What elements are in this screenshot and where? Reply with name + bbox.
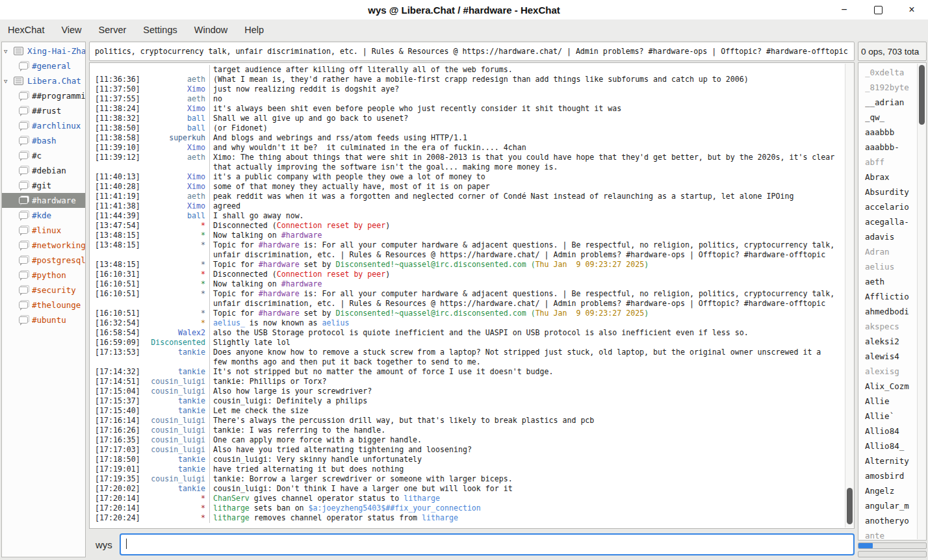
user-list-item[interactable]: anotheryo — [865, 513, 917, 528]
tree-channel-debian[interactable]: #debian — [2, 163, 85, 178]
chat-message-segment: Disconsented!~quassel@irc.disconsented.c… — [335, 260, 526, 269]
tree-channel-python[interactable]: #python — [2, 268, 85, 283]
minimize-button[interactable]: − — [837, 3, 851, 17]
chat-message-segment: Slightly late lol — [213, 338, 290, 347]
tree-channel-git[interactable]: #git — [2, 178, 85, 193]
user-list-item[interactable]: abff — [865, 155, 917, 170]
user-list-scrollbar[interactable] — [917, 64, 926, 539]
user-list-item[interactable]: Allio84_ — [865, 439, 917, 453]
tree-channel-networking[interactable]: #networking — [2, 238, 85, 253]
menu-item-server[interactable]: Server — [99, 25, 127, 35]
user-list-item[interactable]: aaabbb- — [865, 140, 917, 155]
chat-message: Now talking on #hardware — [209, 231, 842, 240]
chat-message-segment: $a:joeyzheng5403$##fix_your_connection — [309, 503, 481, 513]
chat-nick: tankie — [140, 455, 209, 465]
user-list-item[interactable]: _8192byte — [865, 80, 917, 95]
chat-line: [17:19:35]cousin_luigitankie: Borrow a l… — [95, 474, 842, 484]
user-list-item[interactable]: Abrax — [865, 170, 917, 185]
menu-item-view[interactable]: View — [61, 25, 81, 35]
user-list-item[interactable]: aelius — [865, 259, 917, 274]
chat-timestamp: [16:59:09] — [95, 338, 140, 348]
menu-item-settings[interactable]: Settings — [143, 25, 177, 35]
tree-channel-thelounge[interactable]: #thelounge — [2, 298, 85, 312]
expander-icon[interactable]: ▽ — [4, 48, 14, 55]
topic-input[interactable]: politics, cryptocurrency talk, unfair di… — [89, 42, 855, 61]
chat-timestamp: [11:40:28] — [95, 182, 140, 192]
chat-nick: tankie — [140, 367, 209, 377]
tree-server-row[interactable]: ▽Libera.Chat — [2, 73, 85, 88]
message-input[interactable] — [120, 533, 855, 555]
tree-server-row[interactable]: ▽Xing-Hai-Zhan — [2, 44, 85, 58]
user-list-item[interactable]: __adrian — [865, 95, 917, 110]
chat-scrollbar[interactable] — [845, 64, 854, 528]
chat-message-segment: #hardware — [259, 240, 300, 249]
chat-message: cousin_luigi: Very skinny handle unfortu… — [209, 455, 842, 465]
user-list-item[interactable]: ahmedbodi — [865, 304, 917, 319]
menu-item-hexchat[interactable]: HexChat — [8, 25, 44, 35]
maximize-button[interactable] — [871, 3, 885, 17]
chat-message-segment: it's always been shit even before people… — [213, 104, 621, 113]
user-list-item[interactable]: angular_m — [865, 498, 917, 513]
tree-channel-kde[interactable]: #kde — [2, 208, 85, 223]
channel-label: #bash — [32, 136, 57, 146]
tree-channel-bash[interactable]: #bash — [2, 133, 85, 148]
user-list-item[interactable]: amosbird — [865, 468, 917, 483]
user-list-item[interactable]: aaabbb — [865, 125, 917, 140]
tree-channel-ubuntu[interactable]: #ubuntu — [2, 312, 85, 327]
user-list-item[interactable]: _0xdelta — [865, 65, 917, 80]
user-list-item[interactable]: Allie` — [865, 409, 917, 424]
user-list-item[interactable]: alewis4 — [865, 349, 917, 364]
chat-message: ChanServ gives channel operator status t… — [209, 494, 842, 503]
chat-line: [13:48:15]*Topic for #hardware is: For a… — [95, 240, 842, 250]
user-list-item[interactable]: alexisg — [865, 364, 917, 379]
chat-area[interactable]: target audience after killing off litera… — [89, 62, 855, 529]
menu-item-help[interactable]: Help — [244, 25, 264, 35]
chat-timestamp: [13:48:15] — [95, 231, 140, 240]
menu-bar: HexChatViewServerSettingsWindowHelp — [0, 19, 928, 40]
chat-message: Shall we all give up and go back to usen… — [209, 114, 842, 123]
close-button[interactable]: × — [905, 3, 919, 17]
tree-channel-security[interactable]: #security — [2, 283, 85, 298]
server-tree[interactable]: ▽Xing-Hai-Zhan#general▽Libera.Chat##prog… — [1, 42, 86, 557]
chat-line: [17:15:04]cousin_luigiAlso how large is … — [95, 387, 842, 396]
user-list-item[interactable]: acegalla- — [865, 214, 917, 229]
title-bar[interactable]: wys @ Libera.Chat / #hardware - HexChat … — [0, 0, 928, 19]
user-list-item[interactable]: _qw_ — [865, 110, 917, 125]
chat-timestamp: [17:19:35] — [95, 474, 140, 484]
channel-label: #kde — [32, 210, 51, 220]
user-list-scrollbar-handle[interactable] — [919, 65, 925, 125]
user-list-item[interactable]: aeth — [865, 274, 917, 289]
user-list[interactable]: _0xdelta_8192byte__adrian_qw_aaabbbaaabb… — [858, 62, 927, 541]
tree-channel-linux[interactable]: #linux — [2, 223, 85, 238]
user-list-item[interactable]: akspecs — [865, 319, 917, 334]
chat-timestamp: [11:37:50] — [95, 84, 140, 94]
tree-channel-rust[interactable]: ##rust — [2, 103, 85, 118]
channel-icon — [19, 152, 28, 159]
user-list-item[interactable]: Allio84 — [865, 424, 917, 439]
user-list-item[interactable]: Afflictio — [865, 289, 917, 304]
user-list-item[interactable]: accelario — [865, 199, 917, 214]
user-list-item[interactable]: Allie — [865, 394, 917, 409]
user-list-item[interactable]: Absurdity — [865, 185, 917, 199]
chat-scrollbar-handle[interactable] — [847, 488, 853, 524]
chat-timestamp: [17:14:51] — [95, 377, 140, 387]
tree-channel-postgresql[interactable]: #postgresql — [2, 253, 85, 268]
user-list-item[interactable]: adavis — [865, 229, 917, 244]
tree-channel-hardware[interactable]: #hardware — [2, 193, 85, 208]
expander-icon[interactable]: ▽ — [4, 78, 14, 84]
user-list-item[interactable]: ante — [865, 528, 917, 541]
user-list-item[interactable]: Angelz — [865, 483, 917, 498]
tree-channel-archlinux[interactable]: #archlinux — [2, 118, 85, 133]
chat-timestamp: [16:32:54] — [95, 318, 140, 328]
menu-item-window[interactable]: Window — [194, 25, 228, 35]
user-list-item[interactable]: Alix_Cozm — [865, 379, 917, 394]
tree-channel-c[interactable]: #c — [2, 148, 85, 163]
tree-channel-programming[interactable]: ##programming — [2, 88, 85, 103]
chat-nick: Ximo — [140, 104, 209, 114]
chat-line: that actually improving the software isn… — [95, 162, 842, 172]
user-list-item[interactable]: Alternity — [865, 453, 917, 468]
chat-message: Let me check the size — [209, 406, 842, 416]
user-list-item[interactable]: aleksi2 — [865, 334, 917, 349]
tree-channel-general[interactable]: #general — [2, 58, 85, 73]
user-list-item[interactable]: Adran — [865, 244, 917, 259]
